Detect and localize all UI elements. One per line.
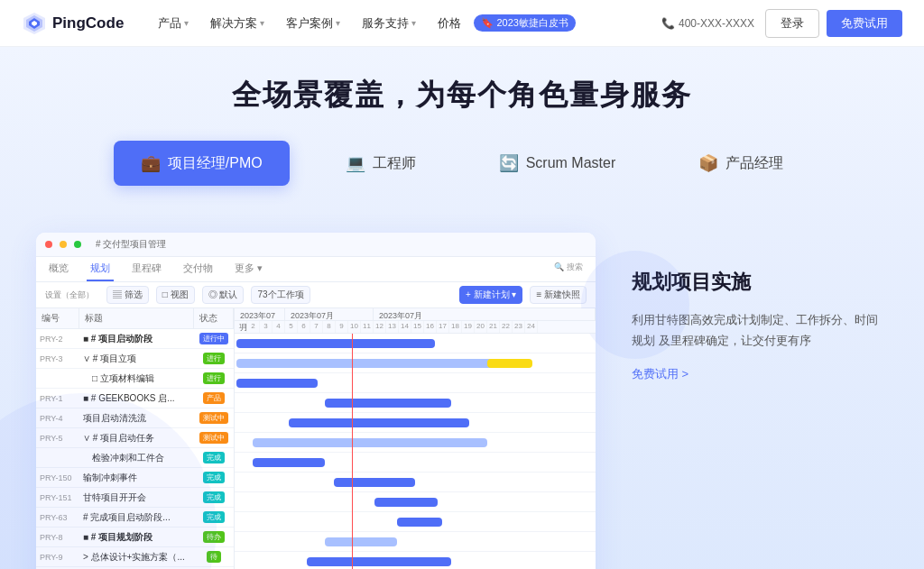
hero-section: 全场景覆盖，为每个角色量身服务 💼 项目经理/PMO 💻 工程师 🔄 Scrum… — [0, 47, 924, 233]
table-row: PRY-151 甘特项目开开会 完成 — [36, 488, 234, 508]
table-row: PRY-1 ■ # GEEKBOOKS 启... 产品 — [36, 389, 234, 408]
right-panel-title: 规划项目实施 — [632, 269, 888, 297]
nav-item-price[interactable]: 价格 — [429, 10, 470, 37]
gantt-tab-plan[interactable]: 规划 — [87, 257, 114, 281]
pingcode-logo-icon — [22, 11, 47, 36]
gantt-search: 🔍 搜索 — [550, 257, 587, 281]
role-tab-product[interactable]: 📦 产品经理 — [671, 141, 810, 186]
gantt-toolbar: 设置（全部） ▤ 筛选 □ 视图 ◎ 默认 73个工作项 + 新建计划 ▾ ≡ … — [36, 282, 596, 308]
nav-item-cases[interactable]: 客户案例 ▾ — [277, 10, 349, 37]
role-tab-engineer-label: 工程师 — [373, 154, 416, 173]
gantt-bar — [307, 557, 451, 566]
gantt-bars-area: 2023年07月 2023年07月 2023年07月 1 2 3 4 5 6 7… — [235, 308, 596, 569]
login-button[interactable]: 登录 — [765, 9, 819, 38]
gantt-bar — [253, 438, 487, 447]
gantt-tab-more[interactable]: 更多 ▾ — [231, 257, 266, 281]
bar-row — [235, 512, 596, 532]
bar-row — [235, 334, 596, 353]
gantt-scope: 设置（全部） — [45, 289, 99, 301]
gantt-bar — [325, 537, 397, 546]
role-tab-product-label: 产品经理 — [725, 154, 783, 173]
navbar: PingCode 产品 ▾ 解决方案 ▾ 客户案例 ▾ 服务支持 ▾ 价格 🔖 … — [0, 0, 924, 47]
gantt-date-header: 2023年07月 2023年07月 2023年07月 1 2 3 4 5 6 7… — [235, 308, 596, 334]
role-tab-pmo-label: 项目经理/PMO — [168, 154, 263, 173]
table-row: PRY-3 ∨ # 项目立项 进行 — [36, 349, 234, 369]
window-minimize-dot — [60, 241, 67, 248]
gantt-filter-btn[interactable]: ▤ 筛选 — [106, 286, 149, 304]
box-icon: 📦 — [698, 153, 718, 173]
bar-row — [235, 353, 596, 373]
role-tab-scrum-label: Scrum Master — [526, 155, 616, 171]
table-row: 检验冲刺和工件合 完成 — [36, 448, 234, 468]
gantt-workitems-btn[interactable]: 73个工作项 — [251, 286, 310, 304]
phone-number: 400-XXX-XXXX — [679, 17, 754, 30]
nav-menu: 产品 ▾ 解决方案 ▾ 客户案例 ▾ 服务支持 ▾ 价格 🔖 2023敏捷白皮书 — [149, 10, 661, 37]
role-tab-pmo[interactable]: 💼 项目经理/PMO — [114, 141, 290, 186]
phone-icon: 📞 — [661, 17, 675, 30]
gantt-bar — [236, 339, 435, 348]
gantt-tab-milestone[interactable]: 里程碑 — [128, 257, 165, 281]
gantt-new-quick-btn[interactable]: ≡ 新建快照 — [530, 286, 587, 304]
today-line — [352, 334, 353, 569]
nav-item-support[interactable]: 服务支持 ▾ — [353, 10, 425, 37]
gantt-bar — [374, 498, 438, 507]
table-row: PRY-9 > 总体设计+实施方案（... 待 — [36, 547, 234, 567]
col-title-header: 标题 — [79, 308, 194, 328]
gantt-new-plan-btn[interactable]: + 新建计划 ▾ — [459, 286, 522, 304]
chevron-down-icon: ▾ — [411, 18, 416, 28]
gantt-bars — [235, 334, 596, 569]
table-row: PRY-4 项目启动清洗流 测试中 — [36, 408, 234, 428]
nav-item-solution[interactable]: 解决方案 ▾ — [201, 10, 273, 37]
window-controls: # 交付型项目管理 — [36, 233, 596, 257]
bar-row — [235, 413, 596, 433]
bar-row — [235, 473, 596, 492]
table-row: PRY-63 # 完成项目启动阶段... 完成 — [36, 508, 234, 528]
bar-row — [235, 552, 596, 569]
gantt-bar — [236, 379, 318, 388]
right-panel-desc: 利用甘特图高效完成计划制定、工作拆分、时间规划 及里程碑确定，让交付更有序 — [632, 309, 888, 352]
gantt-bar — [289, 418, 469, 427]
chevron-down-icon: ▾ — [336, 18, 340, 28]
free-trial-button[interactable]: 免费试用 — [827, 10, 902, 37]
gantt-task-list: 编号 标题 状态 PRY-2 ■ # 项目启动阶段 进行中 PRY-3 ∨ # … — [36, 308, 235, 569]
right-panel: 规划项目实施 利用甘特图高效完成计划制定、工作拆分、时间规划 及里程碑确定，让交… — [632, 233, 888, 382]
gantt-tabs: 概览 规划 里程碑 交付物 更多 ▾ 🔍 搜索 — [36, 257, 596, 282]
gantt-bar — [236, 359, 507, 368]
nav-phone: 📞 400-XXX-XXXX — [661, 17, 754, 30]
nav-badge-whitepaper[interactable]: 🔖 2023敏捷白皮书 — [474, 14, 576, 32]
gantt-bar — [397, 518, 442, 527]
bar-row — [235, 433, 596, 453]
table-row: PRY-5 ∨ # 项目启动任务 测试中 — [36, 428, 234, 448]
code-icon: 💻 — [346, 153, 365, 173]
table-row: PRY-150 输制冲刺事件 完成 — [36, 468, 234, 488]
role-tab-scrum[interactable]: 🔄 Scrum Master — [472, 141, 643, 186]
bar-row — [235, 532, 596, 552]
gantt-body: 编号 标题 状态 PRY-2 ■ # 项目启动阶段 进行中 PRY-3 ∨ # … — [36, 308, 596, 569]
gantt-bar — [325, 399, 451, 408]
bar-row — [235, 492, 596, 512]
gantt-bar — [253, 458, 325, 467]
table-row: □ 立项材料编辑 进行 — [36, 369, 234, 389]
gantt-tab-delivery[interactable]: 交付物 — [180, 257, 217, 281]
free-trial-link[interactable]: 免费试用 > — [632, 366, 888, 382]
role-tabs: 💼 项目经理/PMO 💻 工程师 🔄 Scrum Master 📦 产品经理 — [0, 141, 924, 186]
gantt-bar — [334, 478, 415, 487]
gantt-default-btn[interactable]: ◎ 默认 — [202, 286, 245, 304]
gantt-tab-overview[interactable]: 概览 — [45, 257, 72, 281]
gantt-window-title: # 交付型项目管理 — [96, 238, 166, 251]
gantt-view-btn[interactable]: □ 视图 — [156, 286, 195, 304]
briefcase-icon: 💼 — [141, 153, 161, 173]
col-status-header: 状态 — [194, 308, 234, 328]
scrum-icon: 🔄 — [499, 153, 519, 173]
hero-title: 全场景覆盖，为每个角色量身服务 — [0, 76, 924, 115]
nav-item-product[interactable]: 产品 ▾ — [149, 10, 198, 37]
window-close-dot — [45, 241, 52, 248]
bar-row — [235, 373, 596, 393]
gantt-chart-mockup: # 交付型项目管理 概览 规划 里程碑 交付物 更多 ▾ 🔍 搜索 设置（全部）… — [36, 233, 596, 569]
logo[interactable]: PingCode — [22, 11, 124, 36]
chevron-down-icon: ▾ — [184, 18, 189, 28]
bar-row — [235, 393, 596, 413]
col-id-header: 编号 — [36, 308, 79, 328]
role-tab-engineer[interactable]: 💻 工程师 — [319, 141, 443, 186]
logo-text: PingCode — [52, 14, 124, 32]
